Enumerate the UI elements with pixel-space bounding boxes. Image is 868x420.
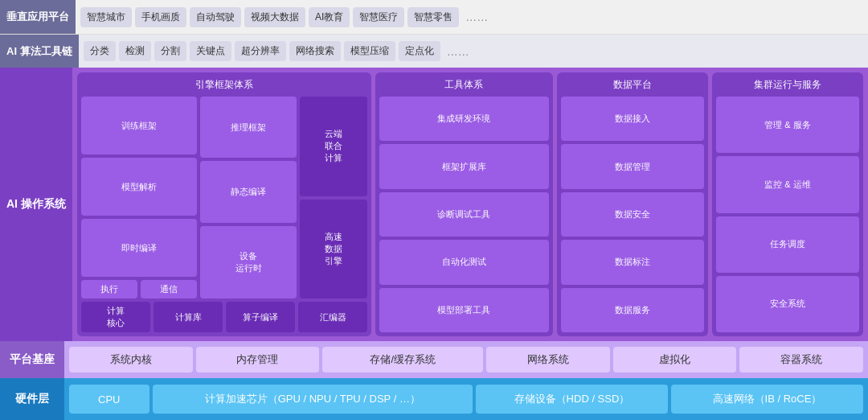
chip-exec[interactable]: 执行 — [81, 280, 137, 299]
chip-train-framework[interactable]: 训练框架 — [81, 97, 197, 154]
content-algo-tools: 分类 检测 分割 关键点 超分辨率 网络搜索 模型压缩 定点化 …… — [79, 35, 868, 68]
engine-right: 推理框架 静态编译 设备 运行时 — [200, 97, 297, 299]
chip-assembler[interactable]: 汇编器 — [298, 302, 367, 332]
chip-detect[interactable]: 检测 — [119, 41, 151, 61]
row-ai-os: AI 操作系统 引擎框架体系 训练框架 模型解析 即时编译 执行 通信 — [0, 68, 868, 341]
chip-static[interactable]: 静态编译 — [200, 161, 297, 222]
data-platform-title: 数据平台 — [561, 76, 704, 93]
chip-container[interactable]: 容器系统 — [739, 347, 863, 373]
chip-segment[interactable]: 分割 — [154, 41, 186, 61]
chip-task-sched[interactable]: 任务调度 — [716, 216, 859, 273]
chip-storage-dev[interactable]: 存储设备（HDD / SSD） — [476, 385, 668, 414]
chip-virtual[interactable]: 虚拟化 — [613, 347, 737, 373]
chip-ai-edu[interactable]: AI教育 — [309, 7, 350, 27]
chip-data-manage[interactable]: 数据管理 — [561, 144, 704, 188]
chip-infer[interactable]: 推理框架 — [200, 97, 297, 158]
chip-comm[interactable]: 通信 — [141, 280, 197, 299]
engine-title: 引擎框架体系 — [81, 76, 367, 93]
chip-smart-retail[interactable]: 智慧零售 — [407, 7, 459, 27]
chip-sys-kernel[interactable]: 系统内核 — [69, 347, 193, 373]
label-platform: 平台基座 — [0, 341, 64, 378]
stacked-chips: 云端 联合 计算 高速 数据 引擎 — [300, 97, 367, 299]
chip-ellipsis-2: …… — [444, 42, 473, 61]
label-hardware: 硬件层 — [0, 378, 64, 420]
row-platform: 平台基座 系统内核 内存管理 存储/缓存系统 网络系统 虚拟化 容器系统 — [0, 341, 868, 378]
chip-network-sys[interactable]: 网络系统 — [486, 347, 610, 373]
chip-accelerator[interactable]: 计算加速芯片（GPU / NPU / TPU / DSP / …） — [153, 385, 473, 414]
tools-section: 工具体系 集成研发环境 框架扩展库 诊断调试工具 自动化测试 模型部署工具 — [375, 72, 553, 336]
chip-ide[interactable]: 集成研发环境 — [379, 97, 549, 141]
exec-row: 执行 通信 — [81, 280, 197, 299]
chip-autotest[interactable]: 自动化测试 — [379, 240, 549, 284]
data-platform: 数据平台 数据接入 数据管理 数据安全 数据标注 数据服务 — [557, 72, 708, 336]
chip-algo-compile[interactable]: 算子编译 — [226, 302, 295, 332]
row-algo-tools: AI 算法工具链 分类 检测 分割 关键点 超分辨率 网络搜索 模型压缩 定点化… — [0, 34, 868, 68]
chip-high-net[interactable]: 高速网络（IB / RoCE） — [671, 385, 863, 414]
chip-mem-manage[interactable]: 内存管理 — [196, 347, 320, 373]
chip-video-bigdata[interactable]: 视频大数据 — [244, 7, 305, 27]
chip-calc-core[interactable]: 计算 核心 — [81, 302, 150, 332]
chip-model-parse[interactable]: 模型解析 — [81, 158, 197, 216]
chip-monitor-ops[interactable]: 监控 & 运维 — [716, 156, 859, 212]
data-list: 数据接入 数据管理 数据安全 数据标注 数据服务 — [561, 97, 704, 332]
chip-smart-medical[interactable]: 智慧医疗 — [353, 7, 404, 27]
chip-data-ingest[interactable]: 数据接入 — [561, 97, 704, 141]
chip-model-compress[interactable]: 模型压缩 — [344, 41, 395, 61]
chip-mgmt-service[interactable]: 管理 & 服务 — [716, 97, 859, 153]
main-wrapper: 垂直应用平台 智慧城市 手机画质 自动驾驶 视频大数据 AI教育 智慧医疗 智慧… — [0, 0, 868, 420]
label-algo-tools: AI 算法工具链 — [0, 35, 79, 68]
chip-realtime[interactable]: 即时编译 — [81, 219, 197, 277]
chip-device-runtime[interactable]: 设备 运行时 — [200, 226, 297, 299]
tools-list: 集成研发环境 框架扩展库 诊断调试工具 自动化测试 模型部署工具 — [379, 97, 549, 332]
chip-storage[interactable]: 存储/缓存系统 — [322, 347, 483, 373]
row-hardware: 硬件层 CPU 计算加速芯片（GPU / NPU / TPU / DSP / …… — [0, 378, 868, 420]
chip-deploy-tool[interactable]: 模型部署工具 — [379, 288, 549, 332]
chip-data-label[interactable]: 数据标注 — [561, 240, 704, 284]
content-ai-os: 引擎框架体系 训练框架 模型解析 即时编译 执行 通信 推理框架 — [72, 68, 868, 341]
chip-classify[interactable]: 分类 — [84, 41, 116, 61]
cluster-title: 集群运行与服务 — [716, 76, 859, 93]
chip-quantize[interactable]: 定点化 — [399, 41, 440, 61]
engine-left: 训练框架 模型解析 即时编译 执行 通信 — [81, 97, 197, 299]
chip-calc-lib[interactable]: 计算库 — [154, 302, 223, 332]
tools-title: 工具体系 — [379, 76, 549, 93]
chip-debug-tool[interactable]: 诊断调试工具 — [379, 192, 549, 237]
chip-cpu[interactable]: CPU — [69, 385, 149, 414]
chip-cloud[interactable]: 云端 联合 计算 — [300, 97, 367, 196]
chip-data-service[interactable]: 数据服务 — [561, 288, 704, 332]
chip-super-res[interactable]: 超分辨率 — [235, 41, 286, 61]
chip-keypoint[interactable]: 关键点 — [190, 41, 231, 61]
chip-ellipsis-1: …… — [462, 7, 491, 27]
cluster-list: 管理 & 服务 监控 & 运维 任务调度 安全系统 — [716, 97, 859, 332]
chip-net-search[interactable]: 网络搜索 — [289, 41, 341, 61]
content-platform: 系统内核 内存管理 存储/缓存系统 网络系统 虚拟化 容器系统 — [64, 341, 868, 378]
chip-smart-city[interactable]: 智慧城市 — [80, 7, 132, 27]
label-vertical-apps: 垂直应用平台 — [0, 0, 76, 34]
chip-framework-ext[interactable]: 框架扩展库 — [379, 144, 549, 188]
chip-auto-drive[interactable]: 自动驾驶 — [190, 7, 241, 27]
content-vertical-apps: 智慧城市 手机画质 自动驾驶 视频大数据 AI教育 智慧医疗 智慧零售 …… — [76, 0, 868, 34]
label-ai-os: AI 操作系统 — [0, 68, 72, 341]
chip-data-security[interactable]: 数据安全 — [561, 192, 704, 237]
cluster-section: 集群运行与服务 管理 & 服务 监控 & 运维 任务调度 安全系统 — [712, 72, 863, 336]
engine-grid: 训练框架 模型解析 即时编译 执行 通信 推理框架 静态编译 设备 运行时 — [81, 97, 367, 299]
content-hardware: CPU 计算加速芯片（GPU / NPU / TPU / DSP / …） 存储… — [64, 378, 868, 420]
chip-phone-quality[interactable]: 手机画质 — [135, 7, 186, 27]
engine-bottom-row: 计算 核心 计算库 算子编译 汇编器 — [81, 302, 367, 332]
chip-security-sys[interactable]: 安全系统 — [716, 276, 859, 332]
chip-highspeed[interactable]: 高速 数据 引擎 — [300, 200, 367, 299]
engine-framework: 引擎框架体系 训练框架 模型解析 即时编译 执行 通信 推理框架 — [77, 72, 371, 336]
row-vertical-apps: 垂直应用平台 智慧城市 手机画质 自动驾驶 视频大数据 AI教育 智慧医疗 智慧… — [0, 0, 868, 34]
